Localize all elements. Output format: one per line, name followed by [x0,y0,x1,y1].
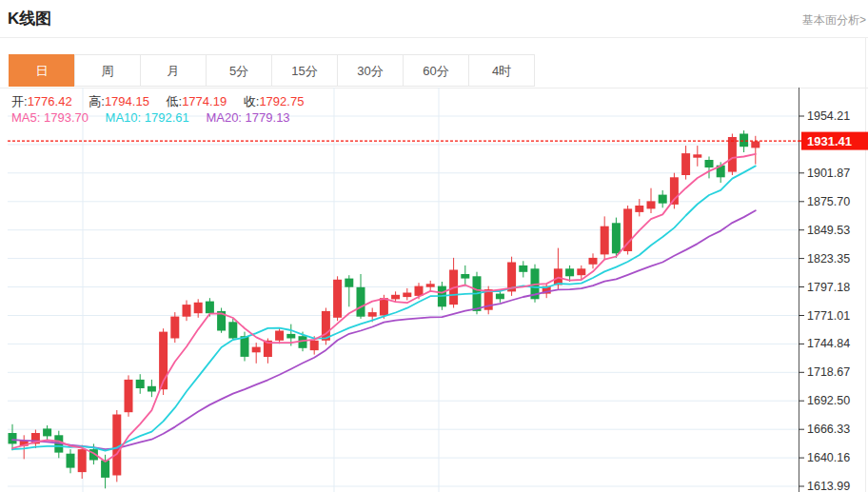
title-divider [0,37,868,38]
open-value: 1776.42 [28,94,72,108]
y-axis-label: 1849.53 [807,224,850,237]
candle [194,303,203,313]
candle [693,154,701,157]
candle [496,294,504,300]
kline-widget: { "header": { "title": "K线图", "link": "基… [0,0,868,492]
candle [183,305,191,317]
ohlc-low: 低:1774.19 [167,94,227,108]
high-label: 高: [89,94,105,108]
ma-legend: MA5: 1793.70 MA10: 1792.61 MA20: 1779.13 [11,110,304,125]
candle [565,268,574,276]
ma20-legend: MA20: 1779.13 [206,110,289,125]
y-axis-label: 1771.01 [807,309,850,323]
ohlc-close: 收:1792.75 [244,94,305,108]
candle [612,223,621,253]
y-axis-label: 1613.99 [807,480,850,492]
chart-area[interactable]: 1954.211901.871875.701849.531823.351797.… [0,88,868,492]
candle [426,284,435,286]
tab-30min[interactable]: 30分 [337,54,404,87]
fundamental-analysis-link[interactable]: 基本面分析> [802,12,866,29]
candle [112,415,121,476]
interval-tab-bar: 日 周 月 5分 15分 30分 60分 4时 [10,54,535,87]
y-axis-label: 1640.16 [807,451,850,464]
candle [659,195,667,204]
ohlc-open: 开:1776.42 [11,94,72,108]
current-price-tag: 1931.41 [799,132,868,150]
candle [728,137,737,172]
y-axis-label: 1901.87 [807,167,850,180]
chart-svg[interactable]: 1954.211901.871875.701849.531823.351797.… [0,88,868,492]
tab-month[interactable]: 月 [140,54,207,87]
ohlc-high: 高:1794.15 [89,94,149,108]
y-axis-label: 1692.50 [807,394,850,407]
ma10-label: MA10: [106,110,145,125]
close-label: 收: [244,94,260,108]
candle [275,331,284,341]
candles [9,130,760,488]
ma20-line [12,210,756,449]
low-value: 1774.19 [182,94,227,108]
candle [43,428,51,436]
candle [333,280,342,318]
tab-week[interactable]: 周 [74,54,141,87]
candle [101,461,109,478]
candle [681,153,690,175]
ma10-value: 1792.61 [145,110,189,125]
tab-15min[interactable]: 15分 [271,54,338,87]
candle [751,142,760,148]
high-value: 1794.15 [105,94,149,108]
candle [148,386,156,392]
ma5-legend: MA5: 1793.70 [11,110,89,125]
candle [623,208,632,251]
ma5-label: MA5: [11,110,44,125]
y-axis-label: 1744.84 [807,337,850,350]
candle [345,279,353,287]
ma10-legend: MA10: 1792.61 [106,110,189,125]
candle [228,322,237,338]
candle [589,258,598,265]
y-axis-label: 1875.70 [807,195,850,208]
open-label: 开: [11,94,28,108]
candle [252,347,261,353]
tab-day[interactable]: 日 [9,54,75,87]
candle [136,380,145,388]
candle [67,454,75,468]
candle [519,266,527,272]
y-axis-label: 1954.21 [807,109,850,123]
candle [170,317,179,339]
candle [9,433,17,443]
y-axis-label: 1718.67 [807,365,850,379]
candle [601,226,609,255]
close-value: 1792.75 [259,94,304,108]
candle [461,274,469,279]
tab-4hour[interactable]: 4时 [468,54,535,87]
candle [357,287,365,317]
candle [403,293,411,298]
candle [577,268,585,275]
candle [391,295,400,300]
ma20-label: MA20: [206,110,245,125]
candle [125,380,133,412]
y-axis-label: 1823.35 [807,252,850,266]
candle [368,312,377,317]
y-axis-label: 1666.33 [807,423,850,436]
y-axis-label: 1797.18 [807,281,850,294]
current-price-value: 1931.41 [807,134,852,148]
candle [78,449,87,472]
page-title: K线图 [8,8,51,30]
candle [635,206,643,212]
ma20-value: 1779.13 [246,110,290,125]
tab-5min[interactable]: 5分 [206,54,272,87]
candle [206,302,214,314]
ma5-value: 1793.70 [44,110,89,125]
candle [241,336,249,357]
candle [705,160,714,167]
tab-60min[interactable]: 60分 [403,54,469,87]
candle [286,334,295,339]
low-label: 低: [167,94,183,108]
candle [380,298,388,315]
candle [310,341,319,350]
ohlc-legend: 开:1776.42 高:1794.15 低:1774.19 收:1792.75 [11,93,317,110]
gridlines [8,88,799,492]
candle [647,201,656,208]
